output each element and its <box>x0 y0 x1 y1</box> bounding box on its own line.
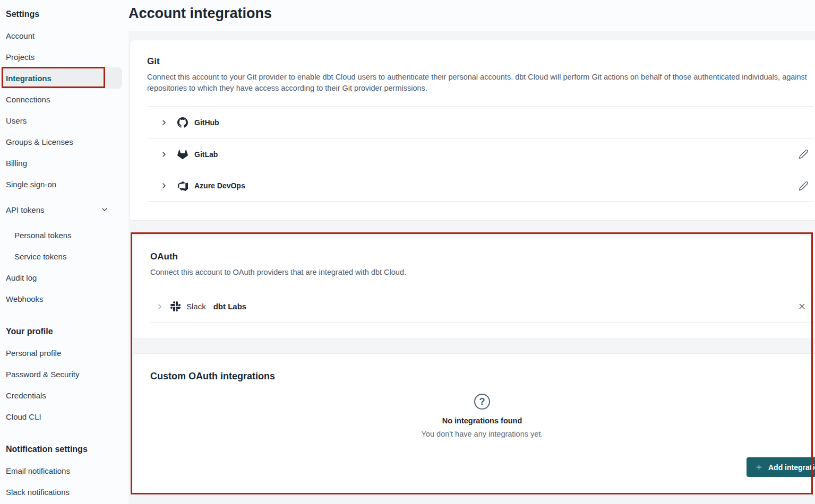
add-integration-button[interactable]: Add integration <box>747 457 815 477</box>
sidebar-item-connections[interactable]: Connections <box>0 89 123 110</box>
sidebar-item-account[interactable]: Account <box>0 25 123 46</box>
chevron-right-icon[interactable] <box>160 118 168 127</box>
git-row-label: GitLab <box>194 150 218 159</box>
settings-sidebar: Settings Account Projects Integrations C… <box>0 4 128 502</box>
git-row-label: GitHub <box>194 118 219 127</box>
sidebar-item-webhooks[interactable]: Webhooks <box>0 288 123 309</box>
git-section-card: Git Connect this account to your Git pro… <box>130 40 815 221</box>
sidebar-item-personal-profile[interactable]: Personal profile <box>0 342 123 363</box>
sidebar-header-notification-settings: Notification settings <box>0 439 123 460</box>
git-section-title: Git <box>147 56 814 67</box>
chevron-right-icon[interactable] <box>160 181 168 190</box>
empty-state: ? No integrations found You don't have a… <box>150 394 814 438</box>
empty-state-subtitle: You don't have any integrations yet. <box>150 430 814 438</box>
add-integration-label: Add integration <box>768 463 815 472</box>
sidebar-header-your-profile: Your profile <box>0 321 123 342</box>
gitlab-icon <box>177 149 188 160</box>
page-title: Account integrations <box>128 5 272 22</box>
slack-icon <box>170 301 181 311</box>
custom-oauth-section-title: Custom OAuth integrations <box>150 371 814 382</box>
settings-page: Settings Account Projects Integrations C… <box>0 0 815 504</box>
sidebar-item-single-sign-on[interactable]: Single sign-on <box>0 173 123 195</box>
sidebar-item-cloud-cli[interactable]: Cloud CLI <box>0 406 123 427</box>
sidebar-item-integrations[interactable]: Integrations <box>1 67 122 89</box>
github-icon <box>177 117 188 128</box>
azure-devops-icon <box>177 180 188 191</box>
sidebar-item-personal-tokens[interactable]: Personal tokens <box>0 224 123 246</box>
git-row-azure-devops[interactable]: Azure DevOps <box>147 170 814 202</box>
sidebar-item-password-security[interactable]: Password & Security <box>0 363 123 385</box>
sidebar-item-service-tokens[interactable]: Service tokens <box>0 246 123 267</box>
sidebar-header-settings: Settings <box>0 4 123 25</box>
empty-state-title: No integrations found <box>150 416 814 425</box>
chevron-right-icon[interactable] <box>156 302 164 311</box>
sidebar-item-credentials[interactable]: Credentials <box>0 385 123 406</box>
oauth-section-card: OAuth Connect this account to OAuth prov… <box>133 235 815 339</box>
git-row-github[interactable]: GitHub <box>147 106 814 138</box>
sidebar-item-email-notifications[interactable]: Email notifications <box>0 460 123 481</box>
sidebar-item-groups-licenses[interactable]: Groups & Licenses <box>0 131 123 152</box>
plus-icon <box>755 463 763 471</box>
oauth-row-slack[interactable]: Slack dbt Labs <box>150 291 814 323</box>
git-section-description: Connect this account to your Git provide… <box>147 72 814 93</box>
api-tokens-label: API tokens <box>6 205 45 214</box>
oauth-provider-list: Slack dbt Labs <box>150 291 814 323</box>
oauth-section-title: OAuth <box>150 251 814 262</box>
git-row-gitlab[interactable]: GitLab <box>147 138 814 170</box>
sidebar-item-projects[interactable]: Projects <box>0 46 123 67</box>
git-provider-list: GitHub GitLab <box>147 106 814 202</box>
close-icon[interactable] <box>797 302 807 311</box>
edit-pencil-icon[interactable] <box>799 181 809 191</box>
chevron-right-icon[interactable] <box>160 150 168 159</box>
sidebar-item-billing[interactable]: Billing <box>0 152 123 173</box>
git-row-label: Azure DevOps <box>194 181 245 190</box>
oauth-account-label: dbt Labs <box>213 302 247 311</box>
sidebar-item-slack-notifications[interactable]: Slack notifications <box>0 481 123 502</box>
edit-pencil-icon[interactable] <box>799 149 809 159</box>
sidebar-item-api-tokens[interactable]: API tokens <box>0 199 123 220</box>
chevron-down-icon[interactable] <box>100 205 109 214</box>
sidebar-item-audit-log[interactable]: Audit log <box>0 267 123 288</box>
sidebar-item-users[interactable]: Users <box>0 110 123 131</box>
custom-oauth-section-card: Custom OAuth integrations ? No integrati… <box>133 353 815 493</box>
oauth-provider-label: Slack <box>186 302 206 311</box>
oauth-section-description: Connect this account to OAuth providers … <box>150 267 814 278</box>
question-circle-icon: ? <box>474 394 490 410</box>
